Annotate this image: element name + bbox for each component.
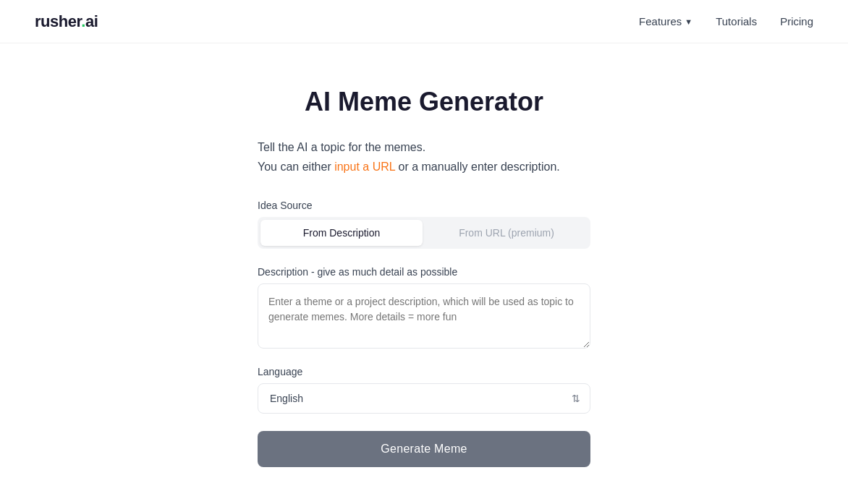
logo: rusher.ai [35, 12, 98, 31]
logo-text-ai: ai [85, 12, 98, 30]
nav-pricing-link[interactable]: Pricing [780, 15, 813, 27]
language-select-wrapper: English Spanish French German Japanese C… [258, 383, 590, 414]
idea-source-toggle: From Description From URL (premium) [258, 217, 590, 249]
nav-features-label: Features [639, 15, 682, 27]
main-content: AI Meme Generator Tell the AI a topic fo… [0, 43, 848, 467]
nav-links: Features ▼ Tutorials Pricing [639, 15, 813, 27]
toggle-from-url[interactable]: From URL (premium) [425, 220, 588, 246]
subtitle-highlight: input a URL [334, 161, 395, 173]
generate-meme-button[interactable]: Generate Meme [258, 431, 590, 467]
idea-source-label: Idea Source [258, 200, 590, 211]
idea-source-field: Idea Source From Description From URL (p… [258, 200, 590, 249]
nav-tutorials-link[interactable]: Tutorials [716, 15, 757, 27]
subtitle-line-2: You can either input a URL or a manually… [258, 157, 590, 176]
language-select[interactable]: English Spanish French German Japanese C… [258, 383, 590, 414]
toggle-from-description[interactable]: From Description [260, 220, 423, 246]
description-field: Description - give as much detail as pos… [258, 266, 590, 349]
description-label: Description - give as much detail as pos… [258, 266, 590, 278]
navbar: rusher.ai Features ▼ Tutorials Pricing [0, 0, 848, 43]
language-field: Language English Spanish French German J… [258, 366, 590, 414]
description-textarea[interactable] [258, 283, 590, 349]
subtitle-line-1: Tell the AI a topic for the memes. [258, 137, 590, 157]
subtitle-block: Tell the AI a topic for the memes. You c… [258, 137, 590, 176]
page-title: AI Meme Generator [305, 87, 543, 117]
subtitle-prefix: You can either [258, 161, 334, 173]
chevron-down-icon: ▼ [684, 17, 692, 26]
subtitle-suffix: or a manually enter description. [395, 161, 560, 173]
nav-features-link[interactable]: Features ▼ [639, 15, 692, 27]
logo-text-rusher: rusher [35, 12, 81, 30]
form-container: Idea Source From Description From URL (p… [258, 200, 590, 467]
language-label: Language [258, 366, 590, 377]
